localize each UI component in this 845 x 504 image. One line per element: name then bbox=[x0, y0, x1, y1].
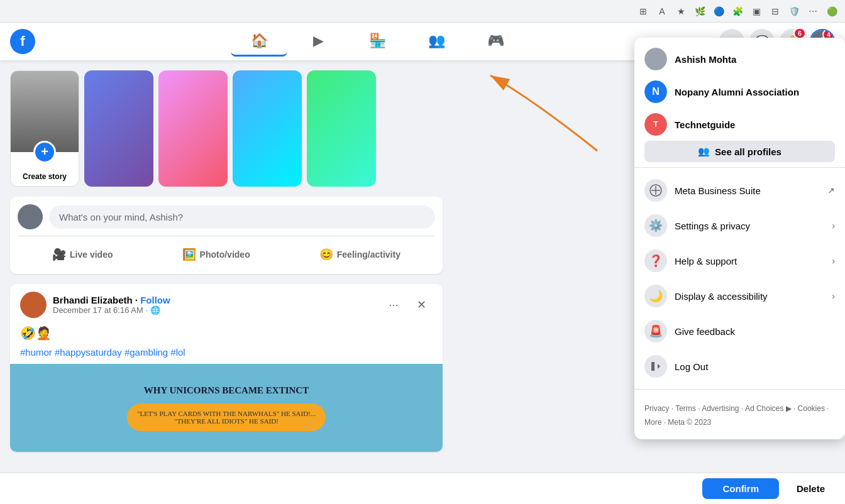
story-image-2 bbox=[158, 70, 228, 187]
nav-center: 🏠 ▶ 🏪 👥 🎮 bbox=[231, 26, 524, 57]
menu-avatar-alumni: N bbox=[644, 80, 667, 103]
menu-avatar-ashish bbox=[644, 48, 667, 70]
ext4-icon[interactable]: 🟢 bbox=[826, 6, 837, 17]
give-feedback-item[interactable]: 🚨 Give feedback bbox=[634, 314, 845, 349]
external-link-icon: ↗ bbox=[827, 185, 835, 195]
story-item-3[interactable] bbox=[233, 70, 302, 187]
nav-left: f bbox=[10, 29, 35, 54]
ext1-icon[interactable]: 🌿 bbox=[694, 6, 705, 17]
live-video-label: Live video bbox=[70, 249, 113, 260]
bottom-action-bar: Confirm Delete bbox=[0, 473, 845, 504]
help-support-item[interactable]: ❓ Help & support › bbox=[634, 243, 845, 278]
terms-link[interactable]: Terms bbox=[675, 404, 696, 413]
create-story-label: Create story bbox=[18, 172, 72, 181]
menu-footer: Privacy · Terms · Advertising · Ad Choic… bbox=[634, 395, 845, 439]
post-time: December 17 at 6:16 AM · 🌐 bbox=[53, 305, 376, 315]
footer-links: Privacy · Terms · Advertising · Ad Choic… bbox=[644, 402, 835, 429]
help-label: Help & support bbox=[675, 256, 824, 266]
cookies-link[interactable]: Cookies bbox=[798, 404, 825, 413]
logout-label: Log Out bbox=[675, 361, 835, 372]
confirm-button[interactable]: Confirm bbox=[702, 478, 779, 499]
post-more-button[interactable]: ··· bbox=[382, 293, 405, 316]
settings-arrow-icon: › bbox=[832, 221, 835, 231]
font-icon[interactable]: A bbox=[656, 6, 668, 17]
ext3-icon[interactable]: 🛡️ bbox=[788, 6, 800, 17]
settings-privacy-item[interactable]: ⚙️ Settings & privacy › bbox=[634, 208, 845, 243]
menu-profile-ashish[interactable]: Ashish Mohta bbox=[634, 43, 845, 75]
menu-avatar-technet: T bbox=[644, 113, 667, 136]
feed-area: + Create story W bbox=[0, 60, 453, 504]
live-video-button[interactable]: 🎥 Live video bbox=[42, 243, 123, 266]
story-image-3 bbox=[233, 70, 302, 187]
post-user-info: Brhandi Elizabeth · Follow December 17 a… bbox=[53, 295, 376, 315]
create-story-card[interactable]: + Create story bbox=[10, 70, 79, 187]
ad-choices-link[interactable]: Ad Choices ▶ bbox=[745, 404, 792, 413]
feeling-icon: 😊 bbox=[319, 248, 333, 261]
feedback-label: Give feedback bbox=[675, 326, 835, 337]
menu-name-alumni: Nopany Alumni Association bbox=[675, 87, 799, 97]
meta-business-label: Meta Business Suite bbox=[675, 185, 820, 196]
photo-video-icon: 🖼️ bbox=[182, 248, 196, 261]
post-emojis: 🤣🤦 bbox=[10, 323, 443, 346]
menu-profile-alumni[interactable]: N Nopany Alumni Association bbox=[634, 75, 845, 108]
grid2-icon[interactable]: ⊟ bbox=[770, 6, 781, 17]
account-dropdown-menu: Ashish Mohta N Nopany Alumni Association… bbox=[634, 38, 845, 439]
story-item-4[interactable] bbox=[307, 70, 376, 187]
privacy-link[interactable]: Privacy bbox=[644, 404, 669, 413]
menu-profile-technet[interactable]: T Technetguide bbox=[634, 108, 845, 141]
display-accessibility-item[interactable]: 🌙 Display & accessibility › bbox=[634, 278, 845, 314]
stories-row: + Create story bbox=[10, 70, 443, 187]
menu-name-ashish: Ashish Mohta bbox=[675, 54, 736, 65]
follow-link[interactable]: Follow bbox=[140, 295, 170, 305]
settings-label: Settings & privacy bbox=[675, 221, 824, 231]
logout-item[interactable]: Log Out bbox=[634, 349, 845, 384]
settings-icon: ⚙️ bbox=[644, 214, 667, 237]
display-icon: 🌙 bbox=[644, 285, 667, 307]
advertising-link[interactable]: Advertising bbox=[702, 404, 739, 413]
nav-tab-video[interactable]: ▶ bbox=[290, 26, 346, 57]
feeling-label: Feeling/activity bbox=[337, 249, 400, 260]
puzzle-icon[interactable]: 🧩 bbox=[732, 6, 743, 17]
facebook-logo[interactable]: f bbox=[10, 29, 35, 54]
feedback-icon: 🚨 bbox=[644, 320, 667, 342]
image-title: WHY UNICORNS BECAME EXTINCT bbox=[127, 385, 326, 396]
story-image-1 bbox=[84, 70, 153, 187]
photo-video-button[interactable]: 🖼️ Photo/video bbox=[172, 243, 260, 266]
feeling-button[interactable]: 😊 Feeling/activity bbox=[309, 243, 411, 266]
story-item-2[interactable] bbox=[158, 70, 228, 187]
help-icon: ❓ bbox=[644, 249, 667, 272]
ext2-icon[interactable]: 🔵 bbox=[713, 6, 724, 17]
browser-icons: ⊞ A ★ 🌿 🔵 🧩 ▣ ⊟ 🛡️ ⋯ 🟢 bbox=[638, 6, 837, 17]
post-input-field[interactable]: What's on your mind, Ashish? bbox=[49, 205, 435, 229]
post-close-button[interactable]: ✕ bbox=[410, 293, 433, 316]
post-image: WHY UNICORNS BECAME EXTINCT "LET'S PLAY … bbox=[10, 364, 443, 452]
logout-icon bbox=[644, 355, 667, 378]
nav-tab-store[interactable]: 🏪 bbox=[349, 26, 406, 57]
post-composer-box: What's on your mind, Ashish? 🎥 Live vide… bbox=[10, 197, 443, 274]
sidebar-icon[interactable]: ▣ bbox=[751, 6, 762, 17]
nav-tab-home[interactable]: 🏠 bbox=[231, 26, 287, 57]
delete-button[interactable]: Delete bbox=[787, 478, 835, 499]
more-link[interactable]: More bbox=[644, 418, 661, 427]
add-story-button[interactable]: + bbox=[33, 141, 56, 163]
menu-divider-2 bbox=[634, 389, 845, 390]
grid-icon[interactable]: ⊞ bbox=[638, 6, 649, 17]
see-all-profiles-button[interactable]: 👥 See all profiles bbox=[644, 141, 835, 162]
post-actions-row: 🎥 Live video 🖼️ Photo/video 😊 Feeling/ac… bbox=[18, 236, 435, 266]
story-item-1[interactable] bbox=[84, 70, 153, 187]
live-video-icon: 🎥 bbox=[52, 248, 66, 261]
nav-tab-groups[interactable]: 👥 bbox=[408, 26, 465, 57]
feed-post: Brhandi Elizabeth · Follow December 17 a… bbox=[10, 284, 443, 452]
image-speech-bubble: "LET'S PLAY CARDS WITH THE NARWHALS" HE … bbox=[127, 403, 326, 431]
menu-name-technet: Technetguide bbox=[675, 119, 735, 130]
display-label: Display & accessibility bbox=[675, 291, 824, 302]
meta-business-suite-item[interactable]: Meta Business Suite ↗ bbox=[634, 173, 845, 208]
story-profile-image: + bbox=[11, 71, 79, 152]
nav-tab-gaming[interactable]: 🎮 bbox=[467, 26, 524, 57]
post-header: Brhandi Elizabeth · Follow December 17 a… bbox=[10, 284, 443, 323]
menu-divider-1 bbox=[634, 167, 845, 168]
more-browser-icon[interactable]: ⋯ bbox=[807, 6, 819, 17]
star-icon[interactable]: ★ bbox=[675, 6, 687, 17]
browser-bar: ⊞ A ★ 🌿 🔵 🧩 ▣ ⊟ 🛡️ ⋯ 🟢 bbox=[0, 0, 845, 23]
display-arrow-icon: › bbox=[832, 291, 835, 301]
